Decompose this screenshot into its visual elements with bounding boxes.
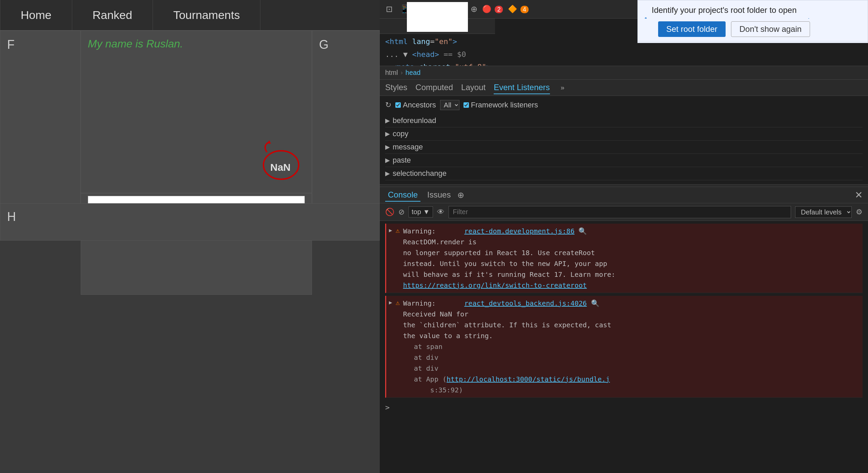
- cell-f: F: [0, 30, 81, 213]
- event-item-message[interactable]: ▶ message: [385, 141, 863, 154]
- console-settings-icon[interactable]: ⚙: [856, 208, 863, 217]
- ancestors-checkbox[interactable]: [395, 102, 401, 108]
- cell-g-label: G: [319, 38, 329, 52]
- navbar: Home Ranked Tournaments: [0, 0, 380, 30]
- subtab-more-icon[interactable]: »: [561, 84, 565, 91]
- context-dropdown-icon: ▼: [423, 208, 430, 216]
- app-container: Home Ranked Tournaments F My name is Rus…: [0, 0, 380, 473]
- warning-link-2[interactable]: react_devtools_backend.js:4026: [464, 299, 587, 307]
- warning-text-2: Warning: react_devtools_backend.js:4026 …: [403, 298, 863, 395]
- cell-h: H: [0, 203, 380, 241]
- cell-h-label: H: [7, 210, 16, 224]
- expand-warning-2-icon[interactable]: ▶: [389, 299, 392, 306]
- nav-tournaments[interactable]: Tournaments: [153, 0, 261, 30]
- dont-show-again-button[interactable]: Don't show again: [731, 21, 810, 37]
- breadcrumb-head[interactable]: head: [406, 69, 421, 77]
- nav-home[interactable]: Home: [0, 0, 72, 30]
- console-warning-2: ▶ ⚠ Warning: react_devtools_backend.js:4…: [385, 296, 863, 398]
- event-item-copy[interactable]: ▶ copy: [385, 127, 863, 141]
- expand-arrow-icon: ▶: [385, 117, 390, 124]
- expand-arrow-icon: ▶: [385, 157, 390, 164]
- clear-console-icon[interactable]: 🚫: [385, 208, 394, 217]
- devtools-panel: ⊡ 📱 Elements » ⊕ 🔴 2 🔶 4 ⚙ ⊟ ⋯ ✕ <!DOCTY…: [380, 0, 868, 473]
- breadcrumb-html[interactable]: html: [385, 69, 398, 77]
- framework-checkbox-label[interactable]: Framework listeners: [463, 101, 538, 109]
- warning-link-1[interactable]: react-dom.development.js:86: [464, 227, 574, 235]
- subtab-layout[interactable]: Layout: [461, 81, 486, 94]
- expand-arrow-icon: ▶: [385, 130, 390, 138]
- eye-icon[interactable]: 👁: [437, 208, 445, 217]
- ancestors-select[interactable]: All: [440, 100, 459, 110]
- breadcrumb-bar: html › head: [380, 66, 868, 80]
- context-selector[interactable]: top ▼: [409, 206, 433, 218]
- console-filter-icon[interactable]: ⊘: [398, 208, 405, 217]
- ancestors-checkbox-label[interactable]: Ancestors: [395, 101, 436, 109]
- add-icon[interactable]: ⊕: [469, 3, 479, 15]
- nan-label: NaN: [270, 162, 291, 173]
- cell-main: My name is Ruslan. NaN: [81, 30, 312, 193]
- nav-ranked[interactable]: Ranked: [72, 0, 153, 30]
- warning-text-1: Warning: react-dom.development.js:86 🔍 R…: [403, 226, 863, 291]
- event-item-paste[interactable]: ▶ paste: [385, 154, 863, 167]
- svg-point-0: [263, 151, 299, 179]
- react-link[interactable]: https://reactjs.org/link/switch-to-creat…: [403, 281, 587, 289]
- set-root-folder-button[interactable]: Set root folder: [658, 21, 726, 37]
- log-level-select[interactable]: Default levels: [795, 206, 852, 218]
- console-panel: Console Issues ⊕ ✕ 🚫 ⊘ top ▼ 👁 Default l…: [380, 187, 868, 414]
- app-link[interactable]: http://localhost:3000/static/js/bundle.j: [447, 375, 610, 383]
- console-filter-input[interactable]: [449, 206, 791, 218]
- subtab-computed[interactable]: Computed: [415, 81, 453, 94]
- subtab-event-listeners[interactable]: Event Listeners: [494, 81, 550, 94]
- notification-actions: Set root folder Don't show again: [637, 19, 868, 41]
- refresh-icon[interactable]: ↻: [385, 101, 391, 109]
- warning-icon: ⚠: [396, 226, 400, 234]
- sub-tabs: Styles Computed Layout Event Listeners »: [380, 80, 868, 96]
- content-grid: F My name is Ruslan. NaN G: [0, 30, 380, 295]
- console-close-icon[interactable]: ✕: [855, 189, 863, 201]
- error-count: 2: [495, 6, 503, 13]
- add-panel-icon[interactable]: ⊕: [457, 190, 464, 200]
- subtab-styles[interactable]: Styles: [385, 81, 407, 94]
- ancestors-label: Ancestors: [403, 101, 436, 109]
- preview-box: [407, 2, 468, 32]
- nan-annotation: NaN: [257, 139, 305, 186]
- tab-console[interactable]: Console: [385, 189, 420, 202]
- framework-checkbox[interactable]: [463, 102, 469, 108]
- expand-warning-icon[interactable]: ▶: [389, 227, 392, 233]
- warning-search-icon-2[interactable]: 🔍: [591, 299, 599, 307]
- panel-separator: [380, 184, 868, 187]
- error-badge: 🔴: [482, 5, 491, 13]
- event-panel: ↻ Ancestors All Framework listeners ▶ be…: [380, 96, 868, 184]
- inspect-icon[interactable]: ⊡: [384, 3, 395, 15]
- warning-icon-2: ⚠: [396, 299, 400, 307]
- cell-f-label: F: [7, 38, 15, 52]
- expand-arrow-icon: ▶: [385, 170, 390, 177]
- event-filter-row: ↻ Ancestors All Framework listeners: [385, 100, 863, 110]
- context-label: top: [412, 208, 421, 216]
- console-warning-1: ▶ ⚠ Warning: react-dom.development.js:86…: [385, 224, 863, 293]
- cell-g: G: [312, 30, 380, 213]
- console-output: ▶ ⚠ Warning: react-dom.development.js:86…: [380, 221, 868, 414]
- html-source-line: <meta charset="utf-8">: [392, 61, 863, 66]
- warning-badge: 🔶: [508, 5, 517, 13]
- expand-arrow-icon: ▶: [385, 143, 390, 151]
- warning-search-icon[interactable]: 🔍: [578, 227, 587, 235]
- console-prompt-icon: >: [385, 403, 390, 412]
- tab-issues[interactable]: Issues: [425, 189, 453, 202]
- event-item-selectionchange[interactable]: ▶ selectionchange: [385, 167, 863, 180]
- svg-marker-1: [268, 140, 271, 144]
- framework-label: Framework listeners: [471, 101, 538, 109]
- event-item-beforeunload[interactable]: ▶ beforeunload: [385, 114, 863, 127]
- console-tabs: Console Issues ⊕ ✕: [380, 187, 868, 203]
- main-text: My name is Ruslan.: [88, 38, 183, 50]
- console-toolbar: 🚫 ⊘ top ▼ 👁 Default levels ⚙: [380, 203, 868, 221]
- warning-count: 4: [520, 6, 529, 13]
- html-source-line: ... ▼ <head> == $0: [385, 48, 863, 61]
